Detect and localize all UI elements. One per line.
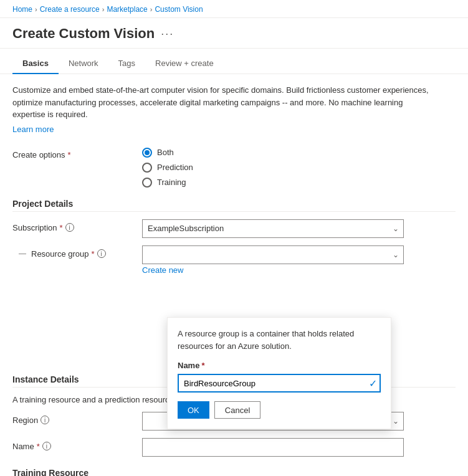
rg-select-wrapper: ⌄ xyxy=(142,245,404,264)
radio-both-circle xyxy=(142,148,152,158)
breadcrumb-sep-3: › xyxy=(150,6,153,13)
training-resource-section: Training Resource Select pricing for tra… xyxy=(12,468,456,477)
subscription-required: * xyxy=(60,223,63,232)
learn-more-link[interactable]: Learn more xyxy=(12,125,54,134)
resource-group-row: Resource group * i ⌄ Create new xyxy=(12,245,456,275)
region-info-icon[interactable]: i xyxy=(41,416,49,424)
rg-field-area: ⌄ Create new xyxy=(142,245,404,275)
rg-popup-required: * xyxy=(201,361,204,370)
training-resource-title: Training Resource xyxy=(12,468,456,477)
more-options-icon[interactable]: ··· xyxy=(161,27,174,40)
rg-popup-name-label: Name * xyxy=(178,361,381,370)
name-row: Name * i xyxy=(12,438,456,457)
tab-tags[interactable]: Tags xyxy=(108,54,145,74)
tab-review-create[interactable]: Review + create xyxy=(145,54,224,74)
breadcrumb: Home › Create a resource › Marketplace ›… xyxy=(0,0,468,18)
required-marker: * xyxy=(68,150,71,159)
radio-prediction-circle xyxy=(142,163,152,173)
rg-popup-description: A resource group is a container that hol… xyxy=(178,328,381,352)
tab-network[interactable]: Network xyxy=(59,54,108,74)
rg-info-icon[interactable]: i xyxy=(97,249,106,258)
rg-popup-buttons: OK Cancel xyxy=(178,401,381,419)
breadcrumb-marketplace[interactable]: Marketplace xyxy=(107,5,147,14)
name-required: * xyxy=(37,442,40,451)
breadcrumb-create-resource[interactable]: Create a resource xyxy=(40,5,100,14)
page-header: Create Custom Vision ··· xyxy=(0,18,468,49)
subscription-select[interactable]: ExampleSubscription xyxy=(142,219,404,238)
subscription-label: Subscription * i xyxy=(12,219,137,232)
radio-both-label: Both xyxy=(157,148,174,157)
breadcrumb-home[interactable]: Home xyxy=(12,5,32,14)
breadcrumb-sep-2: › xyxy=(102,6,105,13)
create-new-link[interactable]: Create new xyxy=(142,265,183,275)
radio-prediction-label: Prediction xyxy=(157,163,193,172)
radio-both[interactable]: Both xyxy=(142,148,193,158)
create-options-row: Create options * Both Prediction Trainin… xyxy=(12,146,456,188)
name-label: Name * i xyxy=(12,438,137,451)
tab-basics[interactable]: Basics xyxy=(12,54,59,74)
project-details-title: Project Details xyxy=(12,199,456,212)
rg-popup-check-icon: ✓ xyxy=(369,378,377,389)
subscription-select-wrapper: ExampleSubscription ⌄ xyxy=(142,219,404,238)
rg-popup: A resource group is a container that hol… xyxy=(167,317,391,429)
description-text: Customize and embed state-of-the-art com… xyxy=(12,84,436,121)
radio-training[interactable]: Training xyxy=(142,178,193,188)
page-title: Create Custom Vision xyxy=(12,26,155,42)
region-label: Region i xyxy=(12,412,137,425)
create-options-radio-group: Both Prediction Training xyxy=(142,146,193,188)
name-input[interactable] xyxy=(142,438,404,457)
resource-group-label-area: Resource group * i xyxy=(12,245,137,259)
rg-required: * xyxy=(92,249,95,259)
breadcrumb-custom-vision[interactable]: Custom Vision xyxy=(155,5,203,14)
tab-bar: Basics Network Tags Review + create xyxy=(0,54,468,74)
rg-popup-input-wrapper: ✓ xyxy=(178,374,381,393)
radio-prediction[interactable]: Prediction xyxy=(142,163,193,173)
subscription-row: Subscription * i ExampleSubscription ⌄ xyxy=(12,219,456,238)
radio-training-label: Training xyxy=(157,178,186,187)
name-info-icon[interactable]: i xyxy=(42,442,51,450)
breadcrumb-sep-1: › xyxy=(35,6,37,13)
subscription-info-icon[interactable]: i xyxy=(65,223,74,232)
create-options-label: Create options * xyxy=(12,146,137,159)
rg-popup-cancel-button[interactable]: Cancel xyxy=(214,401,260,419)
rg-select[interactable] xyxy=(142,245,404,264)
radio-training-circle xyxy=(142,178,152,188)
rg-popup-ok-button[interactable]: OK xyxy=(178,401,209,419)
main-content: Customize and embed state-of-the-art com… xyxy=(0,74,468,476)
rg-popup-name-input[interactable] xyxy=(178,374,381,393)
